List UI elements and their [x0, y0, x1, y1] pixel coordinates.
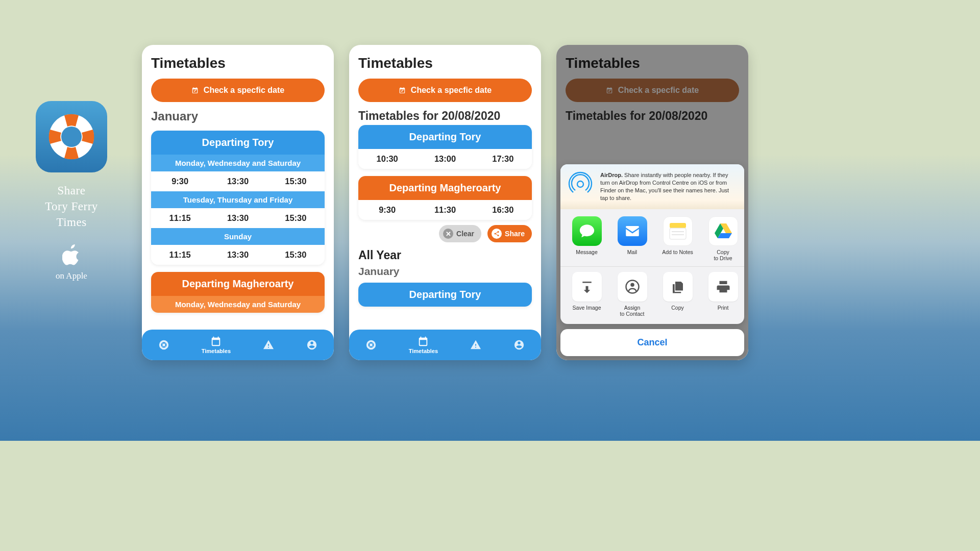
share-action-copy[interactable]: Copy	[658, 272, 697, 317]
phone-screen-2: Timetables Check a specfic date Timetabl…	[349, 45, 541, 360]
svg-point-1	[61, 127, 82, 147]
notes-icon	[663, 216, 693, 246]
share-button[interactable]: Share	[487, 225, 532, 242]
times-row: 9:3013:3015:30	[151, 171, 325, 191]
card-title: Departing Tory	[358, 283, 532, 307]
warning-icon	[470, 339, 481, 350]
check-date-label: Check a specfic date	[618, 86, 699, 95]
tab-bar: Timetables	[349, 330, 541, 360]
days-label: Sunday	[151, 228, 325, 245]
ios-share-sheet: AirDrop. Share instantly with people nea…	[560, 164, 744, 356]
lifebuoy-icon	[365, 339, 377, 350]
tab-alerts[interactable]	[470, 339, 481, 350]
departing-tory-card: Departing Tory Monday, Wednesday and Sat…	[151, 131, 325, 265]
card-title: Departing Magheroarty	[151, 272, 325, 296]
card-title: Departing Tory	[358, 125, 532, 149]
tab-profile[interactable]	[306, 339, 317, 350]
app-icon	[36, 101, 107, 172]
times-row: 11:1513:3015:30	[151, 208, 325, 228]
tab-label: Timetables	[202, 348, 231, 354]
tab-timetables[interactable]: Timetables	[202, 336, 231, 354]
calendar-check-icon	[191, 87, 199, 94]
message-icon	[572, 216, 602, 246]
share-app-message[interactable]: Message	[568, 216, 606, 261]
tab-label: Timetables	[409, 348, 438, 354]
all-year-heading: All Year	[358, 248, 532, 262]
check-date-button[interactable]: Check a specfic date	[358, 79, 532, 102]
share-action-assign-contact[interactable]: Assign to Contact	[613, 272, 651, 317]
user-circle-icon	[513, 339, 525, 350]
days-label: Monday, Wednesday and Saturday	[151, 155, 325, 171]
times-row: 9:3011:3016:30	[358, 200, 532, 220]
month-heading: January	[358, 265, 532, 278]
save-image-icon	[572, 272, 602, 302]
share-app-notes[interactable]: Add to Notes	[658, 216, 697, 261]
platform-label: on Apple	[28, 271, 115, 281]
google-drive-icon	[708, 216, 738, 246]
check-date-label: Check a specfic date	[204, 86, 284, 95]
date-heading: Timetables for 20/08/2020	[358, 109, 532, 123]
page-title: Timetables	[358, 55, 532, 71]
phone-screen-1: Timetables Check a specfic date January …	[142, 45, 334, 360]
action-row: ✕Clear Share	[358, 225, 532, 242]
airdrop-icon	[568, 171, 593, 197]
tab-timetables[interactable]: Timetables	[409, 336, 438, 354]
departing-magheroarty-card: Departing Magheroarty 9:3011:3016:30	[358, 176, 532, 220]
airdrop-row[interactable]: AirDrop. Share instantly with people nea…	[560, 164, 744, 209]
calendar-check-icon	[399, 87, 406, 94]
svg-rect-4	[670, 228, 686, 239]
page-title: Timetables	[566, 55, 739, 71]
share-app-drive[interactable]: Copy to Drive	[704, 216, 742, 261]
calendar-icon	[210, 336, 222, 347]
close-icon: ✕	[443, 229, 453, 239]
check-date-label: Check a specfic date	[411, 86, 492, 95]
clear-button[interactable]: ✕Clear	[439, 225, 481, 242]
mail-icon	[618, 216, 647, 246]
share-icon	[492, 229, 502, 239]
airdrop-text: AirDrop. Share instantly with people nea…	[600, 171, 737, 202]
phone-screen-3: Timetables Check a specfic date Timetabl…	[556, 45, 748, 360]
tab-home[interactable]	[365, 339, 377, 350]
month-heading: January	[151, 109, 325, 123]
page-title: Timetables	[151, 55, 325, 71]
copy-icon	[663, 272, 693, 302]
days-label: Monday, Wednesday and Saturday	[151, 296, 325, 313]
times-row: 10:3013:0017:30	[358, 149, 532, 169]
share-apps-row: Message Mail Add to Notes Copy to Drive …	[560, 209, 744, 266]
promo-sidebar: Share Tory Ferry Times on Apple	[28, 101, 115, 281]
svg-point-8	[630, 283, 634, 287]
share-actions-row: Save Image Assign to Contact Copy Print …	[560, 266, 744, 324]
tab-profile[interactable]	[513, 339, 525, 350]
days-label: Tuesday, Thursday and Friday	[151, 191, 325, 208]
check-date-button[interactable]: Check a specfic date	[151, 79, 325, 102]
clear-label: Clear	[456, 230, 474, 238]
calendar-check-icon	[606, 87, 613, 94]
apple-icon	[62, 244, 81, 266]
calendar-icon	[418, 336, 429, 347]
print-icon	[708, 272, 738, 302]
apple-platform: on Apple	[28, 244, 115, 281]
check-date-button[interactable]: Check a specfic date	[566, 79, 739, 102]
svg-point-2	[577, 181, 583, 187]
times-row: 11:1513:3015:30	[151, 245, 325, 265]
share-sheet-card: AirDrop. Share instantly with people nea…	[560, 164, 744, 324]
tab-home[interactable]	[158, 339, 169, 350]
departing-magheroarty-card: Departing Magheroarty Monday, Wednesday …	[151, 272, 325, 313]
card-title: Departing Magheroarty	[358, 176, 532, 200]
warning-icon	[263, 339, 274, 350]
tab-alerts[interactable]	[263, 339, 274, 350]
share-app-mail[interactable]: Mail	[613, 216, 651, 261]
share-action-save-image[interactable]: Save Image	[568, 272, 606, 317]
tab-bar: Timetables	[142, 330, 334, 360]
contact-icon	[618, 272, 647, 302]
share-action-print[interactable]: Print	[704, 272, 742, 317]
departing-tory-card: Departing Tory 10:3013:0017:30	[358, 125, 532, 169]
departing-tory-card-2: Departing Tory	[358, 283, 532, 307]
svg-rect-3	[670, 223, 686, 228]
card-title: Departing Tory	[151, 131, 325, 155]
cancel-button[interactable]: Cancel	[560, 329, 744, 356]
lifebuoy-icon	[158, 339, 169, 350]
lifebuoy-icon	[46, 111, 97, 162]
user-circle-icon	[306, 339, 317, 350]
date-heading: Timetables for 20/08/2020	[566, 109, 739, 123]
